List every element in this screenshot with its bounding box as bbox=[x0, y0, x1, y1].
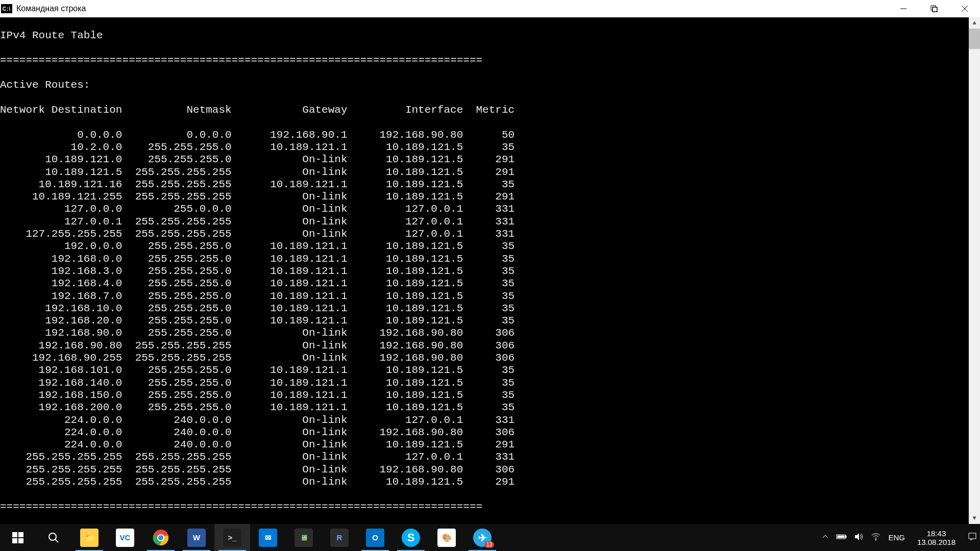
route-row: 255.255.255.255255.255.255.255On-link127… bbox=[0, 451, 980, 463]
close-button[interactable] bbox=[949, 0, 980, 17]
route-row: 192.168.10.0255.255.255.010.189.121.110.… bbox=[0, 303, 980, 315]
route-row: 10.189.121.16255.255.255.25510.189.121.1… bbox=[0, 179, 980, 191]
battery-icon[interactable] bbox=[836, 533, 847, 542]
svg-point-10 bbox=[49, 533, 56, 540]
clock-time: 18:43 bbox=[917, 529, 955, 538]
route-columns: Network DestinationNetmaskGatewayInterfa… bbox=[0, 104, 980, 116]
taskbar-explorer-button[interactable]: 📁 bbox=[71, 524, 107, 551]
separator: ========================================… bbox=[0, 55, 980, 67]
route-row: 192.168.7.0255.255.255.010.189.121.110.1… bbox=[0, 290, 980, 303]
route-row: 255.255.255.255255.255.255.255On-link192… bbox=[0, 464, 980, 476]
terminal-output[interactable]: IPv4 Route Table =======================… bbox=[0, 17, 980, 524]
window-titlebar: C:\ Командная строка bbox=[0, 0, 980, 17]
active-routes-label: Active Routes: bbox=[0, 79, 980, 91]
route-row: 10.189.121.0255.255.255.0On-link10.189.1… bbox=[0, 154, 980, 166]
telegram-badge: 13 bbox=[484, 541, 494, 548]
svg-point-19 bbox=[875, 539, 876, 540]
system-tray: ENG 18:43 13.08.2018 bbox=[815, 524, 980, 551]
cmd-app-icon: C:\ bbox=[1, 4, 12, 13]
svg-rect-16 bbox=[845, 536, 846, 538]
taskbar-telegram-button[interactable]: ✈13 bbox=[464, 524, 500, 551]
taskbar-revit-button[interactable]: R bbox=[322, 524, 357, 551]
route-row: 127.0.0.0255.0.0.0On-link127.0.0.1331 bbox=[0, 203, 980, 215]
route-row: 192.168.0.0255.255.255.010.189.121.110.1… bbox=[0, 253, 980, 265]
svg-rect-6 bbox=[12, 532, 17, 537]
action-center-icon[interactable] bbox=[968, 532, 977, 543]
vertical-scrollbar[interactable]: ▲ ▼ bbox=[969, 17, 980, 524]
svg-rect-2 bbox=[933, 7, 937, 12]
taskbar-search-button[interactable] bbox=[36, 524, 71, 551]
clock-date: 13.08.2018 bbox=[917, 538, 955, 546]
minimize-button[interactable] bbox=[888, 0, 919, 17]
svg-rect-7 bbox=[18, 532, 23, 537]
svg-line-11 bbox=[55, 539, 58, 542]
tray-overflow-icon[interactable] bbox=[822, 533, 829, 542]
route-row: 192.168.90.255255.255.255.255On-link192.… bbox=[0, 352, 980, 364]
route-row: 127.255.255.255255.255.255.255On-link127… bbox=[0, 228, 980, 240]
route-row: 127.0.0.1255.255.255.255On-link127.0.0.1… bbox=[0, 216, 980, 228]
route-row: 10.189.121.255255.255.255.255On-link10.1… bbox=[0, 191, 980, 203]
route-row: 192.168.90.80255.255.255.255On-link192.1… bbox=[0, 340, 980, 352]
route-row: 192.168.4.0255.255.255.010.189.121.110.1… bbox=[0, 278, 980, 290]
taskbar-word-button[interactable]: W bbox=[179, 524, 214, 551]
language-indicator[interactable]: ENG bbox=[888, 533, 905, 542]
taskbar: 📁VCW>_✉🖥ROS🎨✈13 ENG 18:43 13.08.2018 bbox=[0, 524, 980, 551]
route-row: 192.168.90.0255.255.255.0On-link192.168.… bbox=[0, 327, 980, 339]
route-row: 192.168.140.0255.255.255.010.189.121.110… bbox=[0, 377, 980, 389]
route-row: 0.0.0.00.0.0.0192.168.90.1192.168.90.805… bbox=[0, 129, 980, 141]
route-row: 192.168.150.0255.255.255.010.189.121.110… bbox=[0, 389, 980, 402]
route-row: 192.168.101.0255.255.255.010.189.121.110… bbox=[0, 364, 980, 377]
svg-rect-17 bbox=[838, 536, 844, 538]
maximize-button[interactable] bbox=[919, 0, 949, 17]
separator: ========================================… bbox=[0, 501, 980, 513]
svg-rect-8 bbox=[12, 538, 17, 543]
scroll-up-arrow-icon[interactable]: ▲ bbox=[969, 17, 980, 29]
window-title: Командная строка bbox=[16, 4, 86, 13]
route-row: 192.168.200.0255.255.255.010.189.121.110… bbox=[0, 402, 980, 414]
taskbar-paint-button[interactable]: 🎨 bbox=[429, 524, 464, 551]
route-row: 10.2.0.0255.255.255.010.189.121.110.189.… bbox=[0, 141, 980, 154]
svg-marker-18 bbox=[855, 533, 859, 540]
scrollbar-thumb[interactable] bbox=[969, 29, 980, 49]
route-row: 255.255.255.255255.255.255.255On-link10.… bbox=[0, 476, 980, 488]
clock[interactable]: 18:43 13.08.2018 bbox=[912, 529, 961, 546]
taskbar-skype-button[interactable]: S bbox=[393, 524, 429, 551]
route-row: 192.168.3.0255.255.255.010.189.121.110.1… bbox=[0, 265, 980, 278]
route-row: 224.0.0.0240.0.0.0On-link192.168.90.8030… bbox=[0, 427, 980, 439]
volume-icon[interactable] bbox=[854, 533, 864, 542]
scroll-down-arrow-icon[interactable]: ▼ bbox=[969, 513, 980, 524]
taskbar-start-button[interactable] bbox=[0, 524, 36, 551]
taskbar-cmd-button[interactable]: >_ bbox=[214, 524, 250, 551]
route-row: 192.168.20.0255.255.255.010.189.121.110.… bbox=[0, 315, 980, 327]
svg-rect-9 bbox=[18, 538, 23, 543]
route-row: 192.0.0.0255.255.255.010.189.121.110.189… bbox=[0, 240, 980, 253]
route-row: 224.0.0.0240.0.0.0On-link127.0.0.1331 bbox=[0, 414, 980, 427]
taskbar-chrome-button[interactable] bbox=[143, 524, 179, 551]
wifi-icon[interactable] bbox=[871, 533, 881, 542]
route-row: 224.0.0.0240.0.0.0On-link10.189.121.5291 bbox=[0, 439, 980, 451]
svg-rect-20 bbox=[969, 533, 976, 539]
route-row: 10.189.121.5255.255.255.255On-link10.189… bbox=[0, 166, 980, 179]
taskbar-mail-button[interactable]: ✉ bbox=[250, 524, 286, 551]
ipv4-header: IPv4 Route Table bbox=[0, 30, 980, 42]
taskbar-outlook-button[interactable]: O bbox=[357, 524, 393, 551]
taskbar-vnc-button[interactable]: VC bbox=[107, 524, 143, 551]
taskbar-device-button[interactable]: 🖥 bbox=[286, 524, 322, 551]
